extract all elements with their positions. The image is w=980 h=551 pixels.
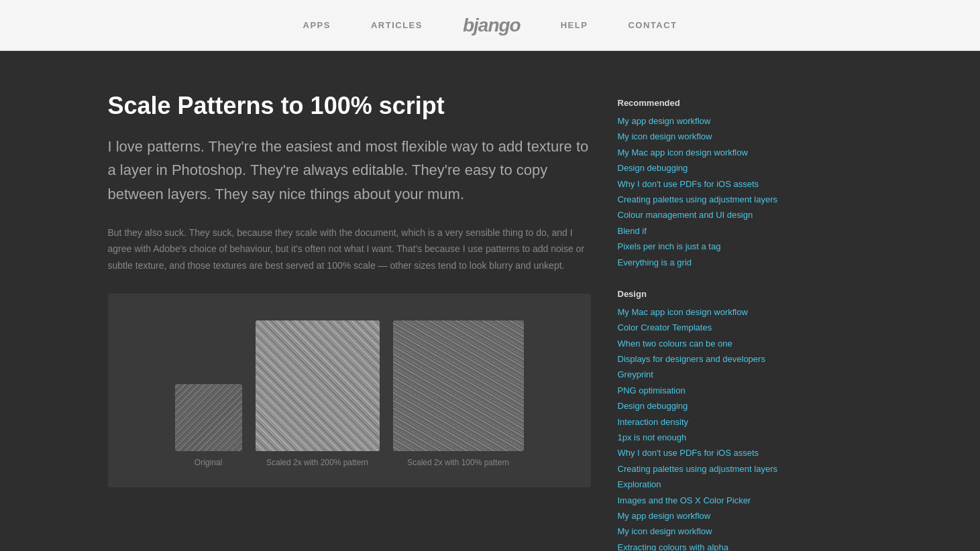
caption-200: Scaled 2x with 200% pattern [266, 458, 368, 467]
sidebar-link-1-4[interactable]: Greyprint [618, 367, 806, 382]
sidebar-link-1-7[interactable]: Interaction density [618, 414, 806, 430]
caption-original: Original [195, 458, 222, 467]
nav-contact[interactable]: CONTACT [628, 20, 677, 30]
sidebar-heading-0: Recommended [618, 98, 806, 108]
sidebar-link-1-1[interactable]: Color Creator Templates [618, 320, 806, 335]
sidebar-link-1-8[interactable]: 1px is not enough [618, 430, 806, 445]
main-nav: APPS ARTICLES bjango HELP CONTACT [303, 15, 677, 36]
sidebar-link-0-6[interactable]: Colour management and UI design [618, 207, 806, 223]
sidebar-heading-1: Design [618, 289, 806, 299]
article-intro: I love patterns. They're the easiest and… [108, 135, 591, 206]
site-logo[interactable]: bjango [463, 15, 521, 36]
sidebar-link-1-15[interactable]: Extracting colours with alpha [618, 540, 806, 551]
sidebar-section-0: RecommendedMy app design workflowMy icon… [618, 98, 806, 270]
sidebar-link-0-1[interactable]: My icon design workflow [618, 129, 806, 144]
image-container: Original Scaled 2x with 200% pattern Sca… [108, 294, 591, 487]
sidebar-link-1-2[interactable]: When two colours can be one [618, 336, 806, 351]
sidebar-link-0-7[interactable]: Blend if [618, 223, 806, 239]
sidebar-link-0-3[interactable]: Design debugging [618, 160, 806, 176]
sidebar-link-0-2[interactable]: My Mac app icon design workflow [618, 145, 806, 160]
article-title: Scale Patterns to 100% script [108, 91, 591, 120]
sidebar-link-1-14[interactable]: My icon design workflow [618, 524, 806, 539]
sidebar-link-1-5[interactable]: PNG optimisation [618, 383, 806, 398]
caption-100: Scaled 2x with 100% pattern [407, 458, 509, 467]
sidebar-link-0-9[interactable]: Everything is a grid [618, 255, 806, 270]
sidebar-link-1-3[interactable]: Displays for designers and developers [618, 351, 806, 367]
sidebar-link-0-4[interactable]: Why I don't use PDFs for iOS assets [618, 176, 806, 192]
sidebar-link-1-10[interactable]: Creating palettes using adjustment layer… [618, 461, 806, 477]
sidebar-link-0-8[interactable]: Pixels per inch is just a tag [618, 239, 806, 254]
image-block-100: Scaled 2x with 100% pattern [393, 320, 524, 467]
sidebar-link-1-0[interactable]: My Mac app icon design workflow [618, 304, 806, 320]
sidebar-section-1: DesignMy Mac app icon design workflowCol… [618, 289, 806, 551]
sidebar-link-1-11[interactable]: Exploration [618, 477, 806, 492]
pattern-image-100 [393, 320, 524, 451]
article-body: But they also suck. They suck, because t… [108, 225, 591, 274]
image-block-original: Original [175, 384, 242, 467]
pattern-image-original [175, 384, 242, 451]
nav-articles[interactable]: ARTICLES [371, 20, 423, 30]
sidebar-link-0-0[interactable]: My app design workflow [618, 113, 806, 129]
sidebar-link-1-6[interactable]: Design debugging [618, 398, 806, 414]
sidebar-link-0-5[interactable]: Creating palettes using adjustment layer… [618, 192, 806, 207]
sidebar: RecommendedMy app design workflowMy icon… [618, 91, 806, 551]
sidebar-link-1-12[interactable]: Images and the OS X Color Picker [618, 493, 806, 508]
content-wrapper: Scale Patterns to 100% script I love pat… [68, 51, 913, 551]
sidebar-link-1-13[interactable]: My app design workflow [618, 508, 806, 524]
sidebar-link-1-9[interactable]: Why I don't use PDFs for iOS assets [618, 445, 806, 461]
image-block-200: Scaled 2x with 200% pattern [256, 320, 380, 467]
nav-help[interactable]: HELP [561, 20, 588, 30]
header: APPS ARTICLES bjango HELP CONTACT [0, 0, 980, 51]
pattern-image-200 [256, 320, 380, 451]
main-content: Scale Patterns to 100% script I love pat… [108, 91, 591, 551]
nav-apps[interactable]: APPS [303, 20, 331, 30]
